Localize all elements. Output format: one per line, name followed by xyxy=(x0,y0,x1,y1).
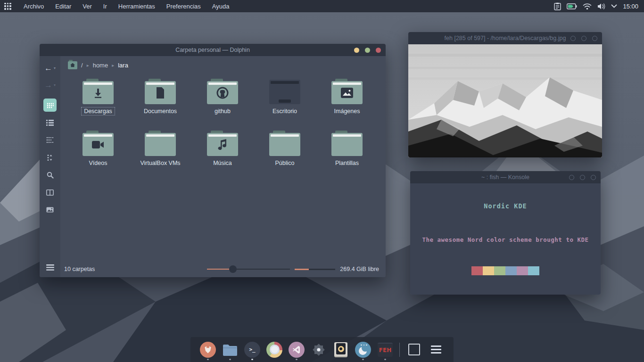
back-arrow-icon: ← xyxy=(44,64,52,72)
clock[interactable]: 15:00 xyxy=(623,3,638,10)
folder-plain-icon xyxy=(269,131,300,156)
folder-label: Imágenes xyxy=(332,107,363,115)
list-view-button[interactable] xyxy=(43,116,57,129)
folder-label: Escritorio xyxy=(270,107,299,115)
folder-label: Plantillas xyxy=(333,159,361,167)
breadcrumb-separator-icon: ▸ xyxy=(112,63,114,68)
folder-imagenes[interactable]: Imágenes xyxy=(316,77,378,129)
folder-label: Vídeos xyxy=(87,159,110,167)
folder-videos[interactable]: Vídeos xyxy=(67,129,129,181)
swatch-green xyxy=(494,266,505,275)
folder-github[interactable]: github xyxy=(191,77,254,129)
icons-view-button[interactable] xyxy=(43,99,57,112)
home-folder-icon[interactable] xyxy=(68,61,77,69)
dock: >_ FEH xyxy=(190,337,454,362)
breadcrumb: / ▸ home ▸ lara xyxy=(60,56,386,74)
dock-feh[interactable]: FEH xyxy=(377,340,393,359)
dock-separator xyxy=(399,343,400,357)
slider-knob[interactable] xyxy=(229,265,237,273)
clipboard-icon[interactable] xyxy=(554,2,561,10)
folder-plain-icon xyxy=(145,131,176,156)
minimize-button[interactable] xyxy=(354,48,359,53)
maximize-button[interactable] xyxy=(580,175,585,180)
search-icon xyxy=(47,172,54,179)
dolphin-menu-button[interactable] xyxy=(46,264,54,272)
minimize-button[interactable] xyxy=(570,36,576,41)
folder-icon xyxy=(223,344,238,356)
folder-musica[interactable]: Música xyxy=(191,129,254,181)
menu-archivo[interactable]: Archivo xyxy=(18,0,50,12)
sort-button[interactable] xyxy=(43,151,57,164)
maximize-button[interactable] xyxy=(365,48,370,53)
swatch-yellow xyxy=(483,266,494,275)
hamburger-icon xyxy=(46,264,54,271)
menu-ayuda[interactable]: Ayuda xyxy=(206,0,235,12)
close-button[interactable] xyxy=(592,36,597,41)
dock-terminal[interactable]: >_ xyxy=(244,340,260,359)
dolphin-titlebar[interactable]: Carpeta personal — Dolphin xyxy=(40,44,386,56)
minimize-button[interactable] xyxy=(569,175,574,180)
konsole-window: ~ : fish — Konsole Nordic KDE The awesom… xyxy=(410,171,601,295)
forward-arrow-icon: → xyxy=(44,81,52,89)
folder-publico[interactable]: Público xyxy=(254,129,316,181)
feh-logo: FEH xyxy=(379,347,391,354)
details-view-button[interactable] xyxy=(43,133,57,147)
terminal-content[interactable]: Nordic KDE The awesome Nord color scheme… xyxy=(410,183,601,295)
terminal-message: The awesome Nord color scheme brought to… xyxy=(410,236,601,243)
maximize-button[interactable] xyxy=(581,36,586,41)
dock-firefox[interactable] xyxy=(200,340,216,359)
firefox-fox-icon xyxy=(203,345,213,354)
gear-icon xyxy=(311,342,327,358)
code-ribbon-icon xyxy=(292,346,301,354)
folder-descargas[interactable]: Descargas xyxy=(67,77,129,129)
folder-image-icon xyxy=(331,79,363,104)
folder-plantillas[interactable]: Plantillas xyxy=(316,129,378,181)
feh-titlebar[interactable]: feh [285 of 597] - /home/lara/Descargas/… xyxy=(408,32,602,44)
menu-preferencias[interactable]: Preferencias xyxy=(161,0,206,12)
menu-editar[interactable]: Editar xyxy=(50,0,77,12)
chevron-down-icon[interactable] xyxy=(611,4,617,8)
feh-image-mountains xyxy=(408,44,602,157)
split-view-button[interactable] xyxy=(43,186,57,199)
menu-ir[interactable]: Ir xyxy=(98,0,113,12)
back-caret-icon: ▾ xyxy=(54,66,56,70)
dock-code-editor[interactable] xyxy=(289,340,305,359)
menu-herramientas[interactable]: Herramientas xyxy=(113,0,161,12)
dock-menu[interactable] xyxy=(428,340,444,359)
dock-night-app[interactable] xyxy=(355,340,371,359)
swatch-red xyxy=(471,266,483,275)
breadcrumb-home[interactable]: home xyxy=(93,62,108,69)
dock-show-desktop[interactable] xyxy=(406,340,422,359)
desktop-icon xyxy=(269,79,300,104)
folder-document-icon xyxy=(145,79,176,104)
breadcrumb-root[interactable]: / xyxy=(81,62,83,69)
close-button[interactable] xyxy=(591,175,596,180)
close-button[interactable] xyxy=(376,48,381,53)
battery-icon[interactable] xyxy=(567,3,577,9)
search-button[interactable] xyxy=(43,168,57,181)
preview-button[interactable] xyxy=(43,203,57,216)
dock-chromium[interactable] xyxy=(266,340,282,359)
volume-icon[interactable] xyxy=(597,3,605,10)
dock-file-manager[interactable] xyxy=(222,340,238,359)
breadcrumb-separator-icon: ▸ xyxy=(87,63,89,68)
back-button[interactable]: ← ▾ xyxy=(44,61,56,75)
folder-documentos[interactable]: Documentos xyxy=(129,77,191,129)
konsole-titlebar[interactable]: ~ : fish — Konsole xyxy=(410,171,601,183)
wifi-icon[interactable] xyxy=(583,3,592,10)
menu-ver[interactable]: Ver xyxy=(77,0,98,12)
grid-view-icon xyxy=(47,102,54,109)
breadcrumb-lara[interactable]: lara xyxy=(118,62,128,69)
chromium-hub-icon xyxy=(271,346,278,353)
dolphin-toolbar: ← ▾ → ▾ xyxy=(40,56,60,277)
prompt-glyph: >_ xyxy=(249,346,255,353)
icon-zoom-slider[interactable] xyxy=(207,265,290,273)
app-launcher-icon[interactable] xyxy=(4,3,11,10)
sort-icon xyxy=(47,154,53,161)
folder-virtualbox-vms[interactable]: VirtualBox VMs xyxy=(129,129,191,181)
forward-button[interactable]: → ▾ xyxy=(44,78,56,92)
dock-settings[interactable] xyxy=(311,340,327,359)
folder-escritorio[interactable]: Escritorio xyxy=(254,77,316,129)
folder-count: 10 carpetas xyxy=(64,266,95,272)
dock-media-player[interactable] xyxy=(333,340,349,359)
